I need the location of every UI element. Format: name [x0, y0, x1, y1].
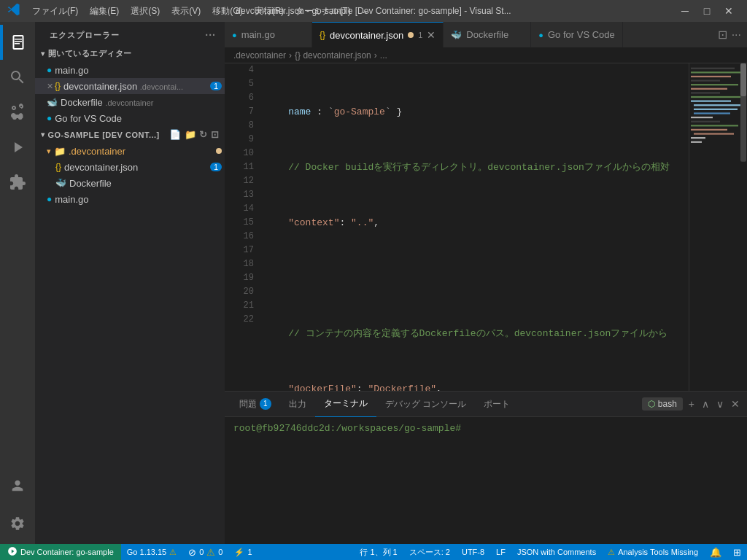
status-errors[interactable]: ⊘ 0 ⚠ 0	[182, 544, 228, 560]
status-remote[interactable]: ⚡ 1	[228, 544, 258, 560]
svg-rect-1	[691, 68, 735, 69]
vscode-logo	[7, 3, 20, 20]
open-editor-devcontainer-json[interactable]: ✕ {} devcontainer.json .devcontai... 1	[35, 78, 225, 94]
panel-tab-ports[interactable]: ポート	[475, 392, 519, 417]
line-num-8: 8	[231, 119, 254, 133]
menu-file[interactable]: ファイル(F)	[26, 2, 84, 20]
menu-selection[interactable]: 選択(S)	[125, 2, 166, 20]
tree-devcontainer-json[interactable]: {} devcontainer.json 1	[35, 159, 225, 175]
status-language[interactable]: JSON with Comments	[511, 544, 602, 560]
refresh-icon[interactable]: ↻	[199, 129, 208, 140]
status-analysis-tools[interactable]: ⚠ Analysis Tools Missing	[602, 544, 704, 560]
code-content[interactable]: name : `go-Sample` } // Docker buildを実行す…	[260, 63, 689, 391]
tab-close-icon[interactable]: ✕	[427, 30, 436, 40]
tree-dockerfile[interactable]: 🐳 Dockerfile	[35, 175, 225, 191]
panel-ports-label: ポート	[484, 398, 510, 411]
language-text: JSON with Comments	[517, 548, 596, 556]
explorer-tree: ▾ 開いているエディター ● main.go ✕ {} devcontainer…	[35, 45, 225, 544]
devcontainer-folder[interactable]: ▾ 📁 .devcontainer	[35, 143, 225, 159]
svg-rect-10	[694, 104, 745, 106]
tab-dockerfile[interactable]: 🐳 Dockerfile	[444, 22, 531, 47]
tab-docker-icon: 🐳	[451, 30, 462, 40]
terminal-content[interactable]: root@fb92746ddc2d:/workspaces/go-sample#	[225, 417, 747, 544]
panel-close-icon[interactable]: ✕	[729, 397, 741, 411]
status-line-col[interactable]: 行 1、列 1	[354, 544, 403, 560]
breadcrumb-json[interactable]: {} devcontainer.json	[295, 50, 371, 61]
activity-extensions[interactable]	[0, 165, 35, 200]
line-num-12: 12	[231, 174, 254, 188]
line-num-4: 4	[231, 63, 254, 77]
tab-modified-label: 1	[418, 31, 422, 39]
app: ファイル(F) 編集(E) 選択(S) 表示(V) 移動(G) 実行(R) ター…	[0, 0, 747, 560]
breadcrumb-devcontainer[interactable]: .devcontainer	[233, 50, 286, 61]
close-icon[interactable]: ✕	[47, 82, 53, 91]
line-numbers: 4 5 6 7 8 9 10 11 12 13 14 15 16 17 18 1…	[225, 63, 260, 391]
more-actions-icon[interactable]: ···	[732, 28, 741, 42]
status-go-version[interactable]: Go 1.13.15 ⚠	[121, 544, 182, 560]
activity-run[interactable]	[0, 130, 35, 165]
activity-account[interactable]	[0, 468, 35, 503]
status-encoding[interactable]: UTF-8	[456, 544, 490, 560]
code-editor: 4 5 6 7 8 9 10 11 12 13 14 15 16 17 18 1…	[225, 63, 747, 391]
status-notifications[interactable]: 🔔	[704, 544, 727, 560]
open-editor-dockerfile[interactable]: 🐋 Dockerfile .devcontainer	[35, 94, 225, 110]
folder-chevron: ▾	[47, 147, 51, 156]
remote-count: 1	[247, 548, 252, 556]
go-icon-tree: ●	[47, 194, 52, 204]
status-spaces[interactable]: スペース: 2	[403, 544, 456, 560]
menu-edit[interactable]: 編集(E)	[84, 2, 125, 20]
breadcrumb-ellipsis[interactable]: ...	[380, 50, 387, 61]
activity-source-control[interactable]	[0, 95, 35, 130]
open-editor-filename: Dockerfile .devcontainer	[61, 97, 222, 108]
open-editor-go-vscode[interactable]: ● Go for VS Code	[35, 110, 225, 126]
status-container[interactable]: Dev Container: go-sample	[0, 544, 121, 560]
docker-icon: 🐳	[55, 178, 66, 188]
panel-tab-terminal[interactable]: ターミナル	[315, 392, 376, 417]
menu-view[interactable]: 表示(V)	[166, 2, 206, 20]
titlebar-controls: ─ □ ✕	[674, 0, 740, 22]
project-left: ▾ GO-SAMPLE [DEV CONT...]	[41, 131, 160, 139]
new-file-icon[interactable]: 📄	[169, 129, 182, 140]
sidebar-menu-icon[interactable]: ···	[205, 29, 216, 41]
close-button[interactable]: ✕	[718, 0, 740, 22]
panel-tab-problems[interactable]: 問題 1	[231, 392, 280, 417]
line-ending-text: LF	[496, 548, 506, 556]
open-editors-header[interactable]: ▾ 開いているエディター	[35, 45, 225, 62]
tree-filename: main.go	[55, 194, 222, 205]
svg-rect-21	[740, 63, 746, 96]
activity-settings[interactable]	[0, 506, 35, 541]
file-badge-tree: 1	[210, 163, 222, 171]
tree-main-go[interactable]: ● main.go	[35, 191, 225, 207]
new-folder-icon[interactable]: 📁	[185, 129, 197, 140]
minimap-svg	[689, 63, 747, 391]
tab-go-vscode[interactable]: ● Go for VS Code	[531, 22, 622, 47]
collapse-icon[interactable]: ⊡	[211, 129, 220, 140]
json-file-icon: {}	[55, 81, 61, 91]
split-editor-icon[interactable]: ⊡	[718, 28, 727, 42]
maximize-button[interactable]: □	[696, 0, 718, 22]
svg-rect-8	[691, 96, 742, 98]
project-header[interactable]: ▾ GO-SAMPLE [DEV CONT...] 📄 📁 ↻ ⊡	[35, 126, 225, 143]
tab-main-go[interactable]: ● main.go	[225, 22, 312, 47]
line-num-22: 22	[231, 313, 254, 327]
bash-icon: ⬡	[648, 399, 655, 409]
activity-search[interactable]	[0, 60, 35, 95]
panel-chevron-down-icon[interactable]: ∨	[715, 397, 725, 411]
svg-rect-19	[691, 141, 702, 143]
status-layout[interactable]: ⊞	[727, 544, 747, 560]
panel-chevron-up-icon[interactable]: ∧	[700, 397, 711, 411]
panel-tab-debug[interactable]: デバッグ コンソール	[376, 392, 475, 417]
open-editors-label: 開いているエディター	[48, 48, 132, 59]
activity-explorer[interactable]	[0, 25, 35, 60]
bash-text: bash	[658, 399, 677, 409]
open-editor-main-go[interactable]: ● main.go	[35, 62, 225, 78]
tab-devcontainer-json[interactable]: {} devcontainer.json 1 ✕	[312, 22, 444, 47]
panel-tab-output[interactable]: 出力	[280, 392, 315, 417]
status-line-ending[interactable]: LF	[490, 544, 511, 560]
breadcrumb: .devcontainer › {} devcontainer.json › .…	[225, 47, 747, 63]
minimize-button[interactable]: ─	[674, 0, 696, 22]
svg-rect-7	[691, 92, 720, 93]
status-right: 行 1、列 1 スペース: 2 UTF-8 LF JSON with Comme…	[354, 544, 747, 560]
panel-add-icon[interactable]: +	[687, 397, 696, 411]
tab-bar: ● main.go {} devcontainer.json 1 ✕ 🐳 Doc…	[225, 22, 747, 47]
